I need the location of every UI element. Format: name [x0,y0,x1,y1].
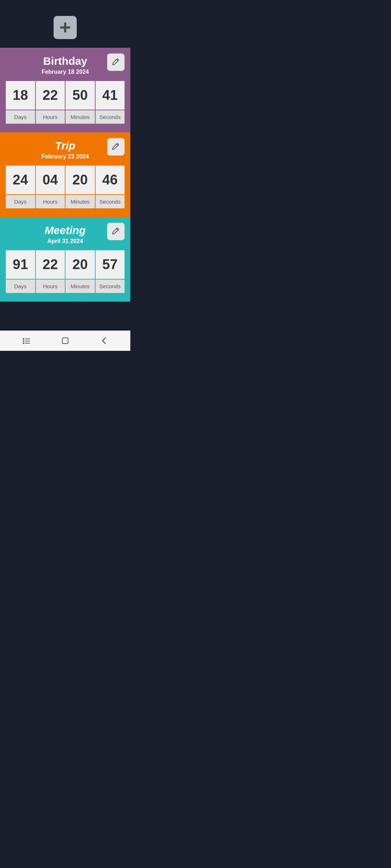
meeting-days-value: 91 [13,257,28,272]
svg-rect-5 [25,341,30,341]
birthday-date: February 18 2024 [6,69,125,75]
trip-card: Trip February 23 2024 24 04 20 46 Days H… [0,132,130,217]
meeting-seconds-label-cell: Seconds [96,280,125,293]
top-bar [0,9,130,48]
meeting-title: Meeting [6,224,125,237]
trip-seconds-value-cell: 46 [96,166,125,194]
meeting-days-value-cell: 91 [6,250,35,279]
birthday-card: Birthday February 18 2024 18 22 50 41 Da… [0,48,130,132]
meeting-date: April 31 2024 [6,238,125,244]
svg-rect-6 [23,342,24,344]
birthday-title: Birthday [6,55,125,67]
meeting-seconds-value: 57 [102,257,118,272]
meeting-hours-value: 22 [43,257,58,272]
status-bar [0,0,130,9]
birthday-seconds-value-cell: 41 [96,81,125,110]
birthday-minutes-value-cell: 50 [66,81,95,110]
meeting-seconds-value-cell: 57 [96,250,125,279]
meeting-minutes-value: 20 [72,257,88,272]
meeting-minutes-label-cell: Minutes [66,280,95,293]
birthday-days-value: 18 [13,88,28,103]
meeting-minutes-label: Minutes [71,283,90,289]
birthday-hours-label-cell: Hours [36,110,65,124]
trip-minutes-label-cell: Minutes [66,195,95,208]
trip-hours-value-cell: 04 [36,166,65,194]
trip-days-label: Days [14,199,26,205]
trip-hours-value: 04 [43,172,58,188]
svg-rect-2 [23,338,24,340]
trip-days-label-cell: Days [6,195,35,208]
meeting-timer-labels: Days Hours Minutes Seconds [6,280,125,293]
trip-seconds-value: 46 [102,172,118,188]
birthday-minutes-value: 50 [72,88,88,103]
birthday-seconds-label-cell: Seconds [96,110,125,124]
birthday-minutes-label-cell: Minutes [66,110,95,124]
trip-hours-label-cell: Hours [36,195,65,208]
meeting-hours-value-cell: 22 [36,250,65,279]
svg-rect-8 [62,338,68,344]
add-countdown-button[interactable] [54,16,77,39]
birthday-hours-label: Hours [43,114,58,120]
birthday-seconds-value: 41 [102,88,118,103]
trip-minutes-label: Minutes [71,199,90,205]
birthday-hours-value-cell: 22 [36,81,65,110]
trip-days-value: 24 [13,172,28,188]
trip-hours-label: Hours [43,199,58,205]
birthday-days-label: Days [14,114,26,120]
meeting-days-label: Days [14,283,26,289]
svg-rect-1 [60,26,70,29]
trip-edit-button[interactable] [107,138,125,156]
birthday-hours-value: 22 [43,88,58,103]
trip-minutes-value-cell: 20 [66,166,95,194]
birthday-timer-labels: Days Hours Minutes Seconds [6,110,125,124]
trip-days-value-cell: 24 [6,166,35,194]
trip-seconds-label-cell: Seconds [96,195,125,208]
meeting-minutes-value-cell: 20 [66,250,95,279]
birthday-edit-button[interactable] [107,54,125,71]
nav-home-button[interactable] [56,332,74,349]
birthday-days-label-cell: Days [6,110,35,124]
svg-rect-7 [25,343,30,344]
trip-timer-values: 24 04 20 46 [6,166,125,194]
meeting-days-label-cell: Days [6,280,35,293]
bottom-spacer [0,302,130,331]
meeting-timer-values: 91 22 20 57 [6,250,125,279]
birthday-timer-values: 18 22 50 41 [6,81,125,110]
birthday-seconds-label: Seconds [100,114,121,120]
svg-rect-3 [25,339,30,339]
meeting-card: Meeting April 31 2024 91 22 20 57 Days H… [0,217,130,302]
trip-minutes-value: 20 [72,172,88,188]
birthday-days-value-cell: 18 [6,81,35,110]
meeting-hours-label: Hours [43,283,58,289]
nav-menu-button[interactable] [18,332,35,349]
trip-title: Trip [6,140,125,152]
trip-date: February 23 2024 [6,153,125,160]
birthday-minutes-label: Minutes [71,114,90,120]
nav-back-button[interactable] [95,332,113,349]
meeting-seconds-label: Seconds [100,283,121,289]
meeting-edit-button[interactable] [107,223,125,240]
navigation-bar [0,331,130,351]
trip-timer-labels: Days Hours Minutes Seconds [6,195,125,208]
meeting-hours-label-cell: Hours [36,280,65,293]
svg-rect-4 [23,340,24,342]
trip-seconds-label: Seconds [100,199,121,205]
